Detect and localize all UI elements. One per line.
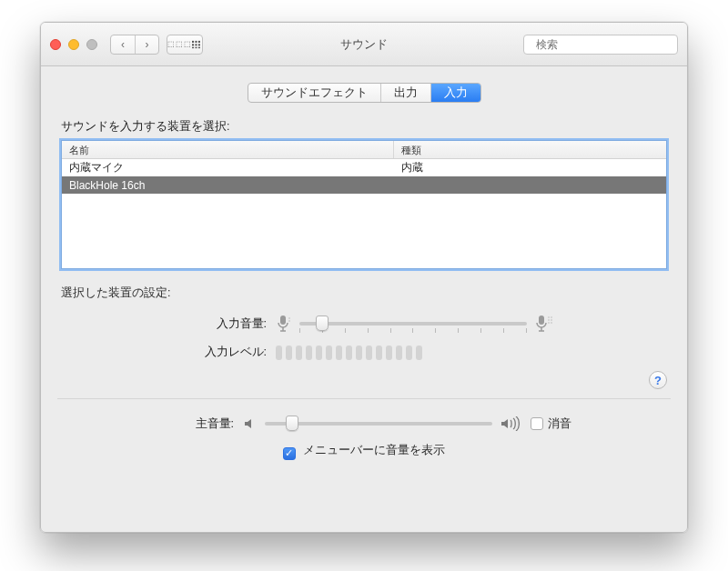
minimize-window-button[interactable]: [68, 39, 79, 50]
mic-high-icon: [534, 315, 554, 333]
svg-rect-5: [198, 44, 200, 45]
list-header: 名前 種類: [62, 141, 666, 159]
svg-rect-2: [198, 40, 200, 42]
svg-point-23: [551, 319, 552, 321]
master-volume-label: 主音量:: [61, 416, 243, 432]
svg-rect-7: [195, 46, 197, 47]
slider-knob[interactable]: [316, 316, 329, 331]
show-all-button[interactable]: ⬚⬚⬚: [167, 35, 203, 55]
svg-point-19: [548, 316, 550, 318]
slider-knob[interactable]: [286, 416, 298, 431]
chevron-left-icon: ‹: [121, 38, 125, 51]
svg-rect-0: [192, 40, 194, 42]
search-input[interactable]: [534, 37, 674, 52]
svg-rect-11: [280, 316, 286, 325]
svg-rect-8: [198, 46, 200, 47]
select-input-device-label: サウンドを入力する装置を選択:: [61, 119, 667, 135]
input-volume-row: 入力音量:: [61, 314, 667, 334]
device-row[interactable]: 内蔵マイク 内蔵: [62, 159, 666, 176]
show-volume-in-menubar-label: メニューバーに音量を表示: [303, 444, 445, 456]
svg-rect-4: [195, 44, 197, 45]
tab-sound-effects[interactable]: サウンドエフェクト: [248, 84, 380, 102]
svg-rect-16: [539, 316, 544, 325]
input-volume-slider[interactable]: [299, 314, 527, 334]
input-device-list[interactable]: 名前 種類 内蔵マイク 内蔵 BlackHole 16ch: [61, 140, 667, 269]
input-volume-label: 入力音量:: [61, 316, 276, 332]
divider: [57, 398, 671, 399]
show-volume-in-menubar-checkbox[interactable]: メニューバーに音量を表示: [283, 443, 445, 460]
device-name: BlackHole 16ch: [62, 179, 394, 192]
column-name[interactable]: 名前: [62, 141, 394, 158]
speaker-low-icon: [243, 416, 258, 431]
titlebar: ‹ › ⬚⬚⬚ サウンド: [41, 23, 687, 66]
column-kind[interactable]: 種類: [394, 141, 666, 158]
svg-point-20: [548, 319, 550, 321]
speaker-high-icon: [500, 416, 520, 431]
mute-label: 消音: [548, 416, 571, 432]
zoom-window-button[interactable]: [86, 39, 97, 50]
svg-rect-1: [195, 40, 197, 42]
mute-checkbox[interactable]: 消音: [531, 416, 571, 432]
device-kind: 内蔵: [394, 160, 666, 175]
input-level-row: 入力レベル:: [61, 345, 667, 360]
window-controls: [50, 39, 97, 50]
device-row[interactable]: BlackHole 16ch: [62, 176, 666, 194]
svg-point-21: [548, 322, 550, 324]
svg-rect-3: [192, 44, 194, 45]
device-settings: 入力音量:: [61, 314, 667, 389]
checkbox-icon: [531, 417, 543, 430]
svg-point-14: [288, 317, 290, 319]
input-level-meter: [276, 346, 422, 360]
show-volume-in-menubar-row: メニューバーに音量を表示: [61, 443, 667, 460]
back-button[interactable]: ‹: [111, 35, 135, 54]
tab-output[interactable]: 出力: [380, 84, 430, 102]
svg-point-24: [551, 322, 552, 324]
pane-body: サウンドエフェクト 出力 入力 サウンドを入力する装置を選択: 名前 種類 内蔵…: [41, 66, 687, 473]
preferences-window: ‹ › ⬚⬚⬚ サウンド サウンドエフェクト 出力 入力: [40, 22, 688, 533]
search-field[interactable]: [523, 35, 678, 55]
grid-icon: ⬚⬚⬚: [167, 40, 192, 48]
input-level-label: 入力レベル:: [61, 345, 276, 360]
chevron-right-icon: ›: [146, 38, 149, 51]
svg-point-15: [288, 320, 290, 322]
tab-group: サウンドエフェクト 出力 入力: [248, 83, 481, 103]
master-volume-slider[interactable]: [265, 414, 492, 434]
forward-button[interactable]: ›: [135, 35, 158, 54]
checkbox-icon: [283, 447, 296, 460]
nav-back-forward: ‹ ›: [110, 35, 159, 55]
tabs: サウンドエフェクト 出力 入力: [61, 83, 667, 103]
svg-rect-6: [192, 46, 194, 47]
tab-input[interactable]: 入力: [430, 84, 480, 102]
help-button[interactable]: ?: [649, 371, 667, 389]
svg-point-22: [551, 316, 552, 318]
grid-icon: [192, 39, 202, 50]
master-volume-row: 主音量: 消音: [61, 414, 667, 434]
mic-low-icon: [276, 315, 292, 333]
close-window-button[interactable]: [50, 39, 61, 50]
device-name: 内蔵マイク: [62, 160, 394, 175]
selected-device-settings-label: 選択した装置の設定:: [61, 286, 667, 301]
